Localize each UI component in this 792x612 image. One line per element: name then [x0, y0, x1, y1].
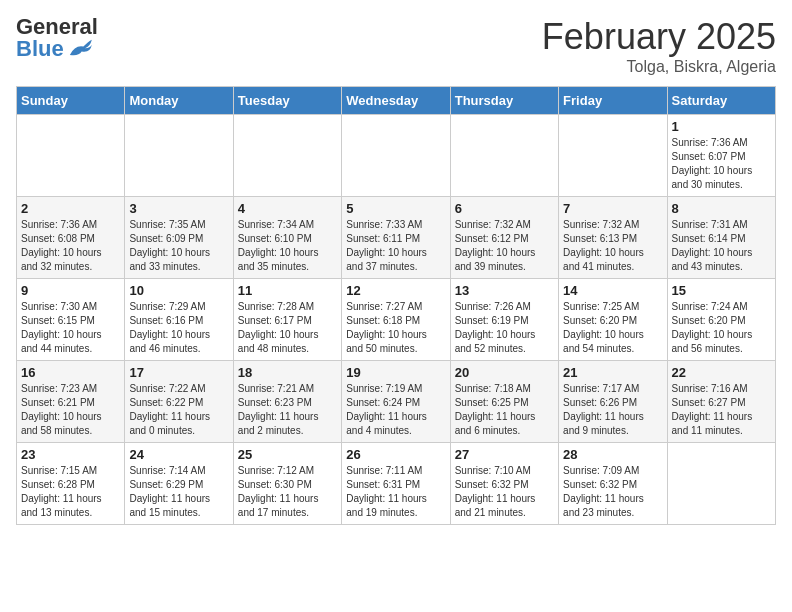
day-info: Sunrise: 7:21 AM Sunset: 6:23 PM Dayligh… [238, 382, 337, 438]
day-number: 5 [346, 201, 445, 216]
calendar-cell [17, 115, 125, 197]
page-header: General Blue February 2025 Tolga, Biskra… [16, 16, 776, 76]
day-info: Sunrise: 7:17 AM Sunset: 6:26 PM Dayligh… [563, 382, 662, 438]
day-number: 13 [455, 283, 554, 298]
day-info: Sunrise: 7:10 AM Sunset: 6:32 PM Dayligh… [455, 464, 554, 520]
calendar-cell: 15Sunrise: 7:24 AM Sunset: 6:20 PM Dayli… [667, 279, 775, 361]
calendar-week-row: 23Sunrise: 7:15 AM Sunset: 6:28 PM Dayli… [17, 443, 776, 525]
calendar-day-header: Wednesday [342, 87, 450, 115]
day-info: Sunrise: 7:33 AM Sunset: 6:11 PM Dayligh… [346, 218, 445, 274]
day-info: Sunrise: 7:16 AM Sunset: 6:27 PM Dayligh… [672, 382, 771, 438]
calendar-cell: 28Sunrise: 7:09 AM Sunset: 6:32 PM Dayli… [559, 443, 667, 525]
day-info: Sunrise: 7:09 AM Sunset: 6:32 PM Dayligh… [563, 464, 662, 520]
day-info: Sunrise: 7:36 AM Sunset: 6:07 PM Dayligh… [672, 136, 771, 192]
day-number: 22 [672, 365, 771, 380]
calendar-cell: 27Sunrise: 7:10 AM Sunset: 6:32 PM Dayli… [450, 443, 558, 525]
calendar-cell: 12Sunrise: 7:27 AM Sunset: 6:18 PM Dayli… [342, 279, 450, 361]
day-number: 3 [129, 201, 228, 216]
title-block: February 2025 Tolga, Biskra, Algeria [542, 16, 776, 76]
calendar-week-row: 16Sunrise: 7:23 AM Sunset: 6:21 PM Dayli… [17, 361, 776, 443]
calendar-cell: 26Sunrise: 7:11 AM Sunset: 6:31 PM Dayli… [342, 443, 450, 525]
calendar-cell: 24Sunrise: 7:14 AM Sunset: 6:29 PM Dayli… [125, 443, 233, 525]
day-number: 23 [21, 447, 120, 462]
day-info: Sunrise: 7:26 AM Sunset: 6:19 PM Dayligh… [455, 300, 554, 356]
day-number: 2 [21, 201, 120, 216]
calendar-cell: 9Sunrise: 7:30 AM Sunset: 6:15 PM Daylig… [17, 279, 125, 361]
calendar-table: SundayMondayTuesdayWednesdayThursdayFrid… [16, 86, 776, 525]
day-info: Sunrise: 7:30 AM Sunset: 6:15 PM Dayligh… [21, 300, 120, 356]
calendar-day-header: Tuesday [233, 87, 341, 115]
day-info: Sunrise: 7:29 AM Sunset: 6:16 PM Dayligh… [129, 300, 228, 356]
day-number: 25 [238, 447, 337, 462]
day-info: Sunrise: 7:12 AM Sunset: 6:30 PM Dayligh… [238, 464, 337, 520]
calendar-cell: 13Sunrise: 7:26 AM Sunset: 6:19 PM Dayli… [450, 279, 558, 361]
day-number: 14 [563, 283, 662, 298]
calendar-cell: 4Sunrise: 7:34 AM Sunset: 6:10 PM Daylig… [233, 197, 341, 279]
day-info: Sunrise: 7:27 AM Sunset: 6:18 PM Dayligh… [346, 300, 445, 356]
calendar-cell: 16Sunrise: 7:23 AM Sunset: 6:21 PM Dayli… [17, 361, 125, 443]
calendar-cell: 11Sunrise: 7:28 AM Sunset: 6:17 PM Dayli… [233, 279, 341, 361]
day-number: 10 [129, 283, 228, 298]
logo-bird-icon [66, 38, 94, 60]
month-title: February 2025 [542, 16, 776, 58]
day-info: Sunrise: 7:24 AM Sunset: 6:20 PM Dayligh… [672, 300, 771, 356]
calendar-cell: 10Sunrise: 7:29 AM Sunset: 6:16 PM Dayli… [125, 279, 233, 361]
day-info: Sunrise: 7:25 AM Sunset: 6:20 PM Dayligh… [563, 300, 662, 356]
calendar-cell: 14Sunrise: 7:25 AM Sunset: 6:20 PM Dayli… [559, 279, 667, 361]
day-info: Sunrise: 7:18 AM Sunset: 6:25 PM Dayligh… [455, 382, 554, 438]
calendar-cell: 1Sunrise: 7:36 AM Sunset: 6:07 PM Daylig… [667, 115, 775, 197]
calendar-day-header: Friday [559, 87, 667, 115]
day-number: 26 [346, 447, 445, 462]
day-info: Sunrise: 7:22 AM Sunset: 6:22 PM Dayligh… [129, 382, 228, 438]
day-info: Sunrise: 7:11 AM Sunset: 6:31 PM Dayligh… [346, 464, 445, 520]
calendar-cell: 3Sunrise: 7:35 AM Sunset: 6:09 PM Daylig… [125, 197, 233, 279]
day-info: Sunrise: 7:31 AM Sunset: 6:14 PM Dayligh… [672, 218, 771, 274]
day-info: Sunrise: 7:32 AM Sunset: 6:13 PM Dayligh… [563, 218, 662, 274]
calendar-week-row: 1Sunrise: 7:36 AM Sunset: 6:07 PM Daylig… [17, 115, 776, 197]
day-info: Sunrise: 7:36 AM Sunset: 6:08 PM Dayligh… [21, 218, 120, 274]
day-number: 24 [129, 447, 228, 462]
calendar-cell [233, 115, 341, 197]
calendar-cell: 25Sunrise: 7:12 AM Sunset: 6:30 PM Dayli… [233, 443, 341, 525]
day-number: 7 [563, 201, 662, 216]
day-info: Sunrise: 7:35 AM Sunset: 6:09 PM Dayligh… [129, 218, 228, 274]
calendar-cell: 17Sunrise: 7:22 AM Sunset: 6:22 PM Dayli… [125, 361, 233, 443]
logo: General Blue [16, 16, 98, 60]
calendar-cell: 23Sunrise: 7:15 AM Sunset: 6:28 PM Dayli… [17, 443, 125, 525]
day-number: 1 [672, 119, 771, 134]
day-number: 17 [129, 365, 228, 380]
day-number: 9 [21, 283, 120, 298]
day-number: 16 [21, 365, 120, 380]
calendar-cell: 18Sunrise: 7:21 AM Sunset: 6:23 PM Dayli… [233, 361, 341, 443]
calendar-day-header: Saturday [667, 87, 775, 115]
calendar-cell [450, 115, 558, 197]
calendar-day-header: Thursday [450, 87, 558, 115]
calendar-cell [342, 115, 450, 197]
calendar-day-header: Monday [125, 87, 233, 115]
calendar-day-header: Sunday [17, 87, 125, 115]
calendar-header-row: SundayMondayTuesdayWednesdayThursdayFrid… [17, 87, 776, 115]
calendar-cell: 5Sunrise: 7:33 AM Sunset: 6:11 PM Daylig… [342, 197, 450, 279]
day-info: Sunrise: 7:23 AM Sunset: 6:21 PM Dayligh… [21, 382, 120, 438]
day-info: Sunrise: 7:32 AM Sunset: 6:12 PM Dayligh… [455, 218, 554, 274]
calendar-cell: 8Sunrise: 7:31 AM Sunset: 6:14 PM Daylig… [667, 197, 775, 279]
calendar-cell [125, 115, 233, 197]
day-number: 20 [455, 365, 554, 380]
calendar-cell [667, 443, 775, 525]
day-number: 11 [238, 283, 337, 298]
day-info: Sunrise: 7:15 AM Sunset: 6:28 PM Dayligh… [21, 464, 120, 520]
calendar-cell: 6Sunrise: 7:32 AM Sunset: 6:12 PM Daylig… [450, 197, 558, 279]
calendar-cell: 22Sunrise: 7:16 AM Sunset: 6:27 PM Dayli… [667, 361, 775, 443]
day-number: 28 [563, 447, 662, 462]
day-number: 6 [455, 201, 554, 216]
day-number: 15 [672, 283, 771, 298]
calendar-cell: 7Sunrise: 7:32 AM Sunset: 6:13 PM Daylig… [559, 197, 667, 279]
day-number: 4 [238, 201, 337, 216]
calendar-cell: 19Sunrise: 7:19 AM Sunset: 6:24 PM Dayli… [342, 361, 450, 443]
day-info: Sunrise: 7:28 AM Sunset: 6:17 PM Dayligh… [238, 300, 337, 356]
day-info: Sunrise: 7:19 AM Sunset: 6:24 PM Dayligh… [346, 382, 445, 438]
calendar-cell: 2Sunrise: 7:36 AM Sunset: 6:08 PM Daylig… [17, 197, 125, 279]
day-number: 18 [238, 365, 337, 380]
day-info: Sunrise: 7:14 AM Sunset: 6:29 PM Dayligh… [129, 464, 228, 520]
day-number: 8 [672, 201, 771, 216]
